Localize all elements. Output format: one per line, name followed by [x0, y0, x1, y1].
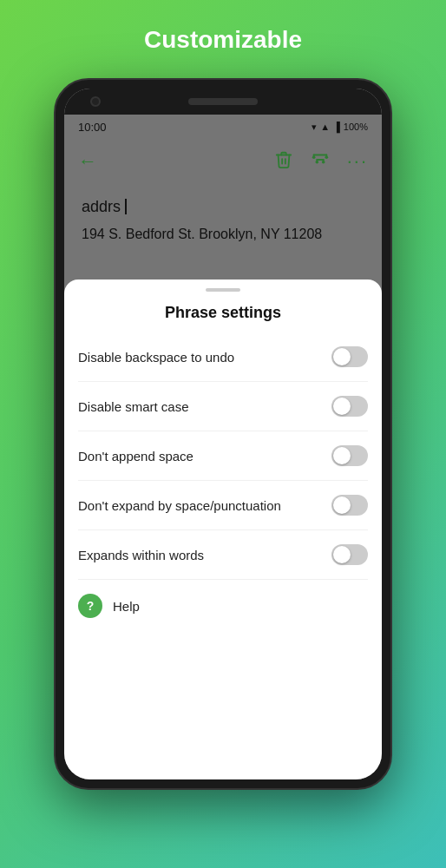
help-label: Help [113, 599, 140, 614]
status-bar: 10:00 ▾ ▲ ▐ 100% [64, 115, 382, 139]
toggle-expands-within-words[interactable] [331, 544, 368, 565]
setting-row-disable-smart-case: Disable smart case [78, 382, 368, 431]
input-text: addrs [82, 198, 121, 215]
more-options-icon[interactable]: ··· [347, 150, 368, 173]
camera [90, 96, 101, 107]
svg-point-5 [325, 155, 328, 159]
setting-row-dont-expand-by-space: Don't expand by space/punctuation [78, 481, 368, 530]
page-title: Customizable [144, 26, 302, 54]
app-toolbar: ← [64, 139, 382, 184]
text-area[interactable]: addrs 194 S. Bedford St. Brooklyn, NY 11… [64, 184, 382, 279]
status-icons: ▾ ▲ ▐ 100% [312, 122, 368, 133]
side-button-left [54, 236, 55, 288]
sheet-handle [206, 288, 240, 292]
bottom-sheet: Phrase settings Disable backspace to und… [64, 279, 382, 779]
toggle-disable-backspace[interactable] [331, 346, 368, 367]
back-button[interactable]: ← [78, 150, 97, 173]
page-wrapper: Customizable 10:00 ▾ ▲ ▐ 100% ← [0, 0, 446, 868]
setting-row-dont-append-space: Don't append space [78, 431, 368, 481]
help-icon: ? [78, 594, 102, 618]
sheet-title: Phrase settings [64, 299, 382, 332]
svg-point-7 [315, 160, 318, 163]
notch-area [64, 89, 382, 115]
signal-icon: ▲ [320, 122, 330, 132]
speaker [188, 98, 258, 105]
help-row[interactable]: ? Help [78, 580, 368, 632]
result-text: 194 S. Bedford St. Brooklyn, NY 11208 [82, 227, 364, 242]
input-display: addrs [82, 198, 364, 216]
svg-point-3 [312, 155, 315, 159]
phone-shell: 10:00 ▾ ▲ ▐ 100% ← [54, 78, 392, 790]
svg-point-9 [321, 160, 325, 163]
sheet-content: Disable backspace to undo Disable smart … [64, 332, 382, 779]
screen: 10:00 ▾ ▲ ▐ 100% ← [64, 89, 382, 779]
cursor [125, 199, 127, 214]
setting-row-expands-within-words: Expands within words [78, 530, 368, 580]
battery-percentage: 100% [344, 122, 368, 132]
toolbar-actions: ··· [274, 150, 368, 174]
toggle-dont-expand-by-space[interactable] [331, 495, 368, 516]
setting-label-expands-within-words: Expands within words [78, 548, 204, 562]
toggle-dont-append-space[interactable] [331, 445, 368, 466]
setting-label-dont-append-space: Don't append space [78, 449, 193, 464]
setting-label-dont-expand-by-space: Don't expand by space/punctuation [78, 498, 281, 513]
battery-icon: ▐ [333, 122, 340, 132]
setting-label-disable-smart-case: Disable smart case [78, 399, 189, 414]
setting-label-disable-backspace: Disable backspace to undo [78, 350, 234, 365]
filter-icon[interactable] [311, 150, 330, 174]
setting-row-disable-backspace: Disable backspace to undo [78, 332, 368, 382]
delete-icon[interactable] [274, 150, 293, 174]
toggle-disable-smart-case[interactable] [331, 396, 368, 417]
wifi-icon: ▾ [312, 122, 317, 133]
status-time: 10:00 [78, 121, 107, 134]
